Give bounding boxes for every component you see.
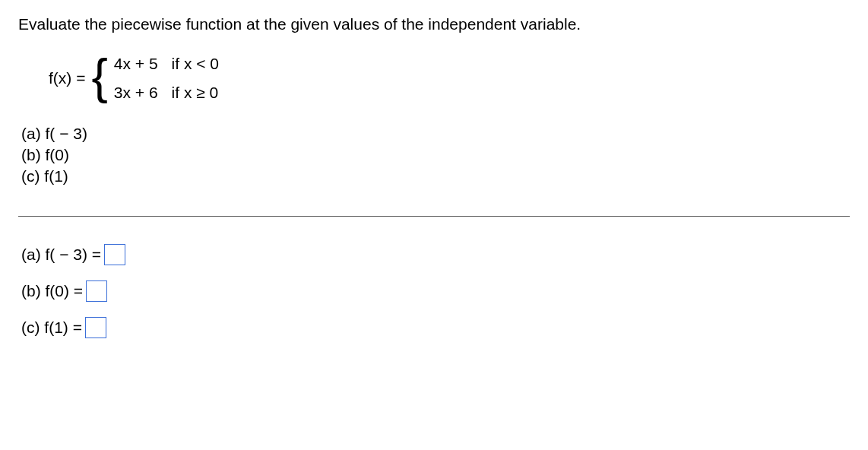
answer-label: (c) f(1) =: [21, 318, 82, 337]
instruction-text: Evaluate the piecewise function at the g…: [18, 15, 850, 33]
answer-input-b[interactable]: [86, 280, 107, 302]
question-item: (b) f(0): [21, 146, 850, 164]
piece-rows: 4x + 5 if x < 0 3x + 6 if x ≥ 0: [114, 55, 219, 102]
question-item: (a) f( − 3): [21, 125, 850, 143]
answer-row-a: (a) f( − 3) =: [21, 244, 850, 265]
answer-row-c: (c) f(1) =: [21, 317, 850, 338]
divider: [18, 216, 850, 217]
question-item: (c) f(1): [21, 167, 850, 185]
answer-input-c[interactable]: [85, 317, 106, 338]
question-list: (a) f( − 3) (b) f(0) (c) f(1): [21, 125, 850, 185]
piece-expr: 3x + 6: [114, 84, 158, 102]
answer-input-a[interactable]: [104, 244, 125, 265]
answer-label: (b) f(0) =: [21, 282, 83, 300]
piecewise-function: f(x) = { 4x + 5 if x < 0 3x + 6 if x ≥ 0: [49, 55, 850, 102]
piece-cond: if x ≥ 0: [172, 84, 219, 102]
piece-expr: 4x + 5: [114, 55, 158, 73]
piece-row: 3x + 6 if x ≥ 0: [114, 84, 219, 102]
function-lhs: f(x) =: [49, 69, 85, 87]
answer-label: (a) f( − 3) =: [21, 246, 101, 264]
piece-row: 4x + 5 if x < 0: [114, 55, 219, 73]
brace-icon: {: [91, 58, 107, 96]
piece-cond: if x < 0: [172, 55, 219, 73]
answer-row-b: (b) f(0) =: [21, 280, 850, 302]
